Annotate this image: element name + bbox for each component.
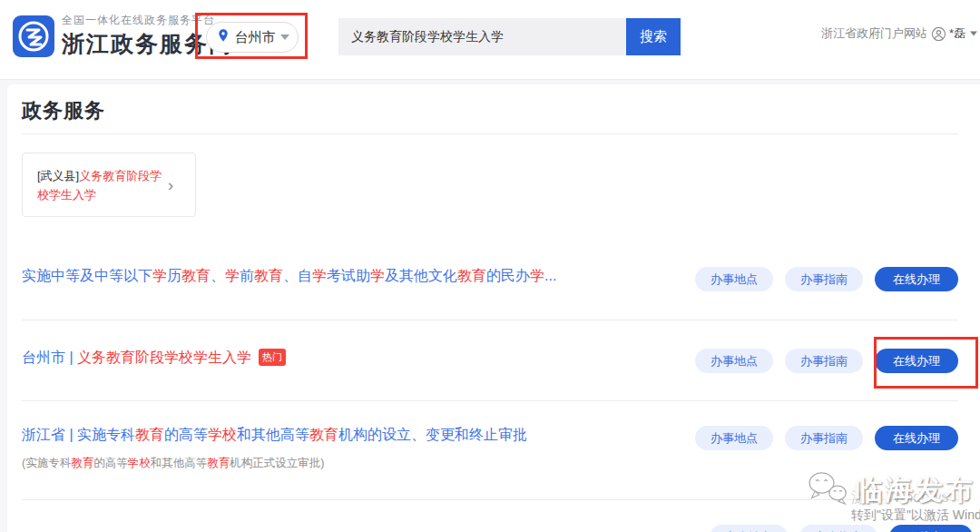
service-actions: 办事地点 办事指南 在线办理 — [695, 349, 958, 373]
user-name[interactable]: *磊 — [949, 25, 965, 42]
service-title-link[interactable]: 实施中等及中等以下学历教育、学前教育、自学考试助学及其他文化教育的民办学... — [22, 267, 556, 286]
city-selector-annotation-box: 台州市 — [195, 13, 308, 59]
service-subtitle: (实施专科教育的高等学校和其他高等教育机构正式设立审批) — [22, 456, 965, 471]
header-right: 浙江省政府门户网站 *磊 — [821, 25, 980, 42]
guide-button[interactable]: 办事指南 — [785, 267, 863, 291]
location-button[interactable]: 办事地点 — [695, 267, 773, 291]
service-actions: 办事地点 办事指南 在线办理 — [695, 267, 958, 291]
service-title-link[interactable]: 台州市 | 义务教育阶段学校学生入学 — [22, 349, 251, 368]
quick-service-card-label: [武义县]义务教育阶段学校学生入学 — [23, 166, 168, 204]
location-pin-icon — [216, 28, 230, 46]
hot-badge: 热门 — [259, 349, 286, 366]
chevron-right-icon: › — [168, 177, 173, 193]
location-button[interactable]: 办事地点 — [695, 426, 773, 450]
divider — [22, 133, 958, 134]
windows-activation-line: 转到"设置"以激活 Wind — [851, 507, 980, 524]
online-apply-button[interactable]: 在线办理 — [875, 349, 958, 373]
location-button[interactable]: 办事地点 — [695, 349, 773, 373]
page-title: 政务服务 — [22, 97, 105, 124]
guide-button[interactable]: 办事指南 — [785, 426, 863, 450]
divider — [22, 320, 958, 320]
service-row: 浙江省 | 实施专科教育的高等学校和其他高等教育机构的设立、变更和终止审批 (实… — [22, 426, 965, 471]
service-row: 实施中等及中等以下学历教育、学前教育、自学考试助学及其他文化教育的民办学... … — [22, 267, 965, 286]
screen: 全国一体化在线政务服务平台 浙江政务服务网 台州市 搜索 浙江省政府门户 — [0, 0, 980, 532]
divider — [22, 400, 958, 401]
main-panel: 政务服务 [武义县]义务教育阶段学校学生入学 › 实施中等及中等以下学历教育、学… — [7, 84, 980, 532]
service-actions: 办事地点 办事指南 在线办理 — [695, 426, 958, 450]
chevron-down-icon — [970, 32, 977, 36]
quick-service-card[interactable]: [武义县]义务教育阶段学校学生入学 › — [22, 153, 196, 217]
divider — [22, 499, 958, 500]
online-apply-button[interactable]: 在线办理 — [889, 525, 973, 532]
service-actions: 办事地点 办事指南 在线办理 — [710, 525, 973, 532]
search-group: 搜索 — [338, 18, 681, 55]
site-logo-icon — [13, 15, 54, 57]
site-header: 全国一体化在线政务服务平台 浙江政务服务网 台州市 搜索 浙江省政府门户 — [0, 0, 980, 80]
service-title-link[interactable]: 浙江省 | 实施专科教育的高等学校和其他高等教育机构的设立、变更和终止审批 — [22, 426, 527, 445]
chevron-down-icon — [280, 34, 289, 40]
city-label: 台州市 — [235, 29, 276, 46]
windows-activation-ghost: 激活 Windows — [851, 487, 949, 507]
guide-button[interactable]: 办事指南 — [785, 349, 863, 373]
online-apply-button[interactable]: 在线办理 — [875, 267, 958, 291]
city-selector[interactable]: 台州市 — [206, 22, 299, 53]
search-button[interactable]: 搜索 — [626, 18, 681, 55]
portal-link[interactable]: 浙江省政府门户网站 — [821, 25, 927, 42]
location-button[interactable]: 办事地点 — [710, 525, 788, 532]
service-row: 台州市 | 义务教育阶段学校学生入学热门 办事地点 办事指南 在线办理 — [22, 349, 965, 368]
search-input[interactable] — [338, 18, 626, 55]
online-apply-button[interactable]: 在线办理 — [875, 426, 958, 450]
user-avatar-icon — [931, 26, 946, 42]
guide-button[interactable]: 办事指南 — [799, 525, 877, 532]
